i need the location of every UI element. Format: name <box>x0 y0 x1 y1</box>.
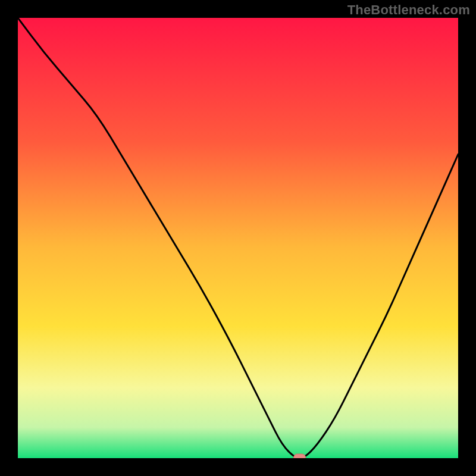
chart-frame: TheBottleneck.com <box>0 0 476 476</box>
optimum-marker <box>294 454 306 458</box>
watermark-text: TheBottleneck.com <box>347 2 470 18</box>
gradient-background <box>18 18 458 458</box>
bottleneck-chart <box>18 18 458 458</box>
plot-area <box>18 18 458 458</box>
